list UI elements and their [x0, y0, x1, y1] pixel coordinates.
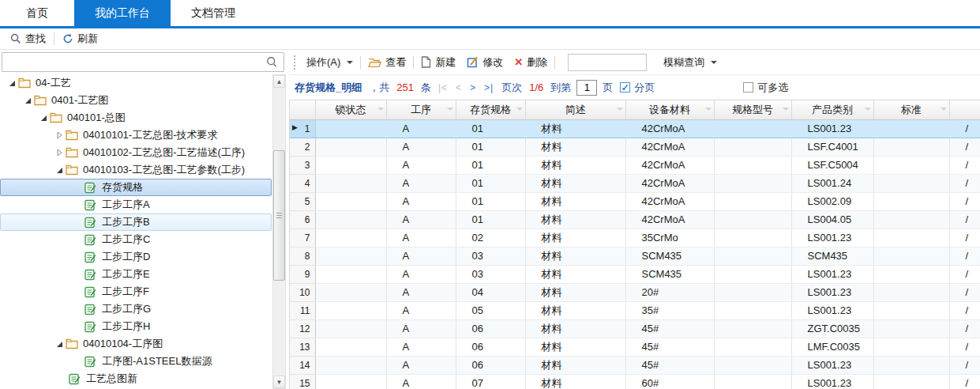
table-cell[interactable] [714, 192, 791, 210]
table-cell[interactable] [315, 247, 386, 265]
quick-filter-input[interactable] [568, 54, 647, 71]
table-cell[interactable]: 45# [625, 356, 714, 374]
tree-item[interactable]: 04010103-工艺总图-工艺参数(工步) [0, 161, 272, 179]
table-cell[interactable]: LS002.09 [791, 192, 873, 210]
tree-scrollbar[interactable]: ▲ ▼ [272, 74, 286, 389]
table-cell[interactable] [315, 356, 386, 374]
table-cell[interactable]: 材料 [525, 138, 625, 156]
row-header[interactable]: ▶ 1 [290, 119, 315, 138]
table-cell[interactable]: 42CrMoA [625, 138, 714, 156]
table-cell[interactable] [873, 174, 949, 192]
first-page-button[interactable]: |< [438, 82, 448, 93]
tree-item[interactable]: 存货规格 [0, 179, 272, 196]
table-cell[interactable]: / [949, 283, 980, 301]
table-cell[interactable]: 材料 [525, 192, 625, 210]
table-cell[interactable] [873, 283, 949, 301]
action-menu-button[interactable]: 操作(A) [301, 53, 359, 72]
table-cell[interactable]: LS001.23 [791, 119, 873, 138]
table-cell[interactable] [315, 156, 386, 174]
tree-item[interactable]: 工步工序A [0, 196, 272, 213]
column-header[interactable]: 设备材料 [625, 100, 714, 119]
table-cell[interactable]: 42CrMoA [625, 119, 714, 138]
table-cell[interactable]: 42CrMoA [625, 192, 714, 210]
table-cell[interactable]: 01 [456, 192, 525, 210]
table-cell[interactable]: A [386, 283, 456, 301]
table-cell[interactable] [315, 301, 386, 319]
table-cell[interactable]: 材料 [525, 174, 625, 192]
table-cell[interactable]: 01 [456, 138, 525, 156]
table-cell[interactable] [873, 228, 949, 247]
column-header[interactable]: 简述 [525, 100, 625, 119]
table-cell[interactable] [873, 265, 949, 283]
table-cell[interactable] [315, 319, 386, 338]
row-header[interactable]: ▶ 5 [290, 192, 315, 210]
column-header[interactable]: 产品类别 [791, 100, 873, 119]
table-cell[interactable]: 材料 [525, 156, 625, 174]
tree-item[interactable]: 工步工序B [0, 213, 272, 231]
table-cell[interactable]: / [949, 265, 980, 283]
table-cell[interactable] [714, 356, 791, 374]
table-cell[interactable]: A [386, 192, 456, 210]
table-cell[interactable]: 材料 [525, 119, 625, 138]
find-button[interactable]: 查找 [4, 30, 52, 47]
tree-item[interactable]: 工艺总图新 [0, 370, 272, 387]
table-cell[interactable] [873, 156, 949, 174]
tree-item[interactable]: 工步工序D [0, 248, 272, 266]
tree-item[interactable]: 0401-工艺图 [0, 92, 272, 109]
table-cell[interactable]: / [949, 119, 980, 138]
table-cell[interactable]: 03 [456, 265, 525, 283]
table-cell[interactable] [714, 319, 791, 338]
table-cell[interactable] [315, 174, 386, 192]
table-cell[interactable]: A [386, 156, 456, 174]
scroll-up-icon[interactable]: ▲ [273, 75, 285, 88]
table-cell[interactable]: A [386, 228, 456, 247]
table-cell[interactable]: 材料 [525, 247, 625, 265]
table-cell[interactable]: A [386, 247, 456, 265]
table-cell[interactable]: / [949, 374, 980, 389]
table-cell[interactable]: LS001.23 [791, 374, 873, 389]
table-cell[interactable]: SCM435 [791, 247, 873, 265]
table-cell[interactable]: SCM435 [625, 265, 714, 283]
table-cell[interactable] [873, 119, 949, 138]
table-cell[interactable] [315, 119, 386, 138]
table-cell[interactable] [315, 192, 386, 210]
table-cell[interactable] [873, 374, 949, 389]
next-page-button[interactable]: > [470, 82, 476, 93]
tab[interactable]: 我的工作台 [74, 0, 171, 26]
table-cell[interactable]: A [386, 210, 456, 228]
table-cell[interactable] [873, 319, 949, 338]
table-cell[interactable] [714, 156, 791, 174]
table-cell[interactable]: 材料 [525, 210, 625, 228]
row-header[interactable]: ▶ 3 [290, 156, 315, 174]
table-cell[interactable]: A [386, 338, 456, 356]
column-header[interactable]: 工序 [386, 100, 456, 119]
table-cell[interactable]: 45# [625, 319, 714, 338]
table-cell[interactable] [714, 283, 791, 301]
tree-item[interactable]: 工步工序F [0, 283, 272, 300]
table-cell[interactable] [714, 138, 791, 156]
table-cell[interactable]: 01 [456, 119, 525, 138]
table-cell[interactable]: 材料 [525, 265, 625, 283]
table-row[interactable]: ▶ 14 A06材料45#LS001.23/ [290, 356, 980, 374]
tab[interactable]: 首页 [0, 0, 74, 26]
table-cell[interactable]: 03 [456, 247, 525, 265]
table-cell[interactable]: LMF.C0035 [791, 338, 873, 356]
tree-expander-icon[interactable] [6, 77, 18, 89]
table-cell[interactable] [714, 265, 791, 283]
table-row[interactable]: ▶ 8 A03材料SCM435SCM435/ [290, 247, 980, 265]
table-cell[interactable] [873, 192, 949, 210]
table-cell[interactable]: / [949, 338, 980, 356]
tree-expander-icon[interactable] [53, 164, 66, 176]
tree-item[interactable]: 工序图-A1STEEL数据源 [0, 353, 272, 370]
multi-select-checkbox[interactable] [743, 82, 753, 93]
table-cell[interactable]: A [386, 119, 456, 138]
tree-expander-icon[interactable] [53, 129, 66, 142]
view-button[interactable]: 查看 [362, 53, 411, 72]
row-header[interactable]: ▶ 12 [290, 319, 315, 338]
tree-search-input[interactable] [2, 52, 284, 72]
tab[interactable]: 文档管理 [171, 0, 256, 26]
table-cell[interactable]: 材料 [525, 228, 625, 247]
table-cell[interactable]: / [949, 192, 980, 210]
table-row[interactable]: ▶ 5 A01材料42CrMoALS002.09/ [290, 192, 980, 210]
tree-item[interactable]: 工步工序C [0, 231, 272, 248]
